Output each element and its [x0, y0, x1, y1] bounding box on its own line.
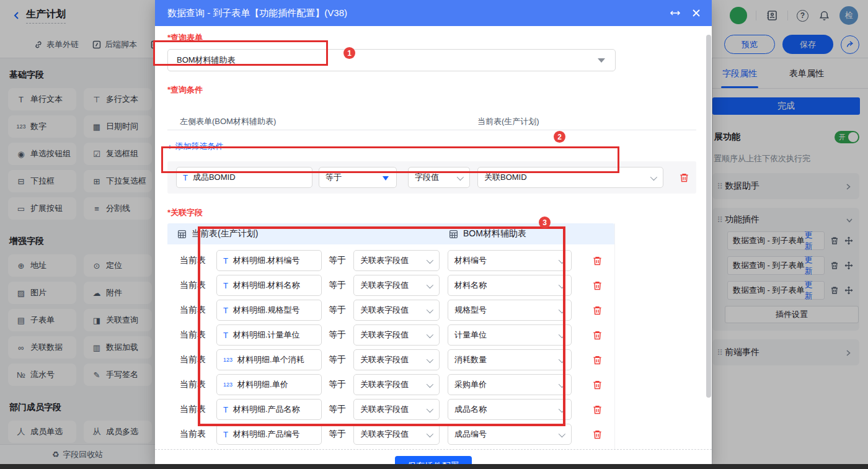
row-field-input[interactable]: T 材料明细.产品编号	[216, 424, 322, 445]
trash-icon[interactable]	[592, 256, 603, 266]
add-filter-condition-link[interactable]: + 添加筛选条件	[167, 141, 224, 152]
row-field-value: 材料明细.材料名称	[233, 280, 300, 291]
row-prefix: 当前表	[180, 379, 210, 390]
row-target-value: 材料编号	[454, 255, 487, 266]
text-icon: T	[223, 281, 228, 290]
row-prefix: 当前表	[180, 429, 210, 440]
row-target-select[interactable]: 材料编号	[448, 250, 572, 271]
related-field-row: 当前表 T 材料明细.材料名称 等于 关联表字段值 材料名称	[167, 273, 614, 298]
related-field-row: 当前表 T 材料明细.产品名称 等于 关联表字段值 成品名称	[167, 397, 614, 422]
row-field-input[interactable]: 123 材料明细.单价	[216, 374, 322, 395]
row-field-input[interactable]: T 材料明细.材料编号	[216, 250, 322, 271]
row-target-value: 消耗数量	[454, 354, 487, 365]
row-value-type-select[interactable]: 关联表字段值	[353, 300, 440, 321]
row-prefix: 当前表	[180, 354, 210, 365]
row-field-input[interactable]: T 材料明细.计量单位	[216, 324, 322, 346]
row-target-value: 采购单价	[454, 379, 487, 390]
condition-value-type: 字段值	[415, 172, 439, 183]
condition-value-type-select[interactable]: 字段值	[408, 167, 470, 188]
row-target-value: 材料名称	[454, 280, 487, 291]
number-icon: 123	[223, 382, 232, 388]
condition-operator-select[interactable]: 等于	[319, 167, 397, 188]
row-target-value: 成品编号	[454, 429, 487, 440]
row-field-value: 材料明细.计量单位	[233, 329, 300, 341]
plugin-config-modal: 数据查询 - 到子表单【功能插件配置】(V38) *查询表单 BOM材料辅助表 …	[155, 0, 712, 465]
row-value-type: 关联表字段值	[360, 255, 409, 266]
row-field-input[interactable]: T 材料明细.材料名称	[216, 275, 322, 296]
trash-icon[interactable]	[592, 330, 603, 341]
row-operator: 等于	[329, 329, 346, 341]
row-value-type-select[interactable]: 关联表字段值	[353, 324, 440, 346]
row-field-value: 材料明细.单价	[237, 379, 288, 390]
row-operator: 等于	[329, 379, 346, 390]
trash-icon[interactable]	[592, 305, 603, 316]
close-icon[interactable]	[692, 9, 701, 17]
annotation-badge-2: 2	[554, 131, 565, 143]
row-field-value: 材料明细.材料编号	[233, 255, 300, 266]
row-operator: 等于	[329, 280, 346, 291]
current-table-label: 当前表(生产计划)	[192, 228, 258, 239]
row-value-type-select[interactable]: 关联表字段值	[353, 424, 440, 445]
row-target-select[interactable]: 成品名称	[448, 399, 572, 420]
row-target-select[interactable]: 材料名称	[448, 275, 572, 296]
row-value-type: 关联表字段值	[360, 429, 409, 440]
trash-icon[interactable]	[679, 172, 689, 183]
trash-icon[interactable]	[592, 429, 603, 440]
table-icon	[449, 230, 458, 239]
trash-icon[interactable]	[592, 280, 603, 291]
row-field-input[interactable]: T 材料明细.规格型号	[216, 300, 322, 321]
target-table-header: BOM材料辅助表	[449, 228, 526, 239]
row-value-type-select[interactable]: 关联表字段值	[353, 374, 440, 395]
row-field-input[interactable]: 123 材料明细.单个消耗	[216, 349, 322, 370]
row-value-type: 关联表字段值	[360, 305, 409, 316]
row-value-type-select[interactable]: 关联表字段值	[353, 275, 440, 296]
trash-icon[interactable]	[592, 380, 603, 390]
row-operator: 等于	[329, 404, 346, 415]
row-prefix: 当前表	[180, 404, 210, 415]
query-form-select[interactable]: BOM材料辅助表	[167, 49, 616, 71]
text-icon: T	[223, 306, 228, 315]
current-form-column: 当前表(生产计划)	[477, 116, 539, 127]
trash-icon[interactable]	[592, 355, 603, 365]
query-form-value: BOM材料辅助表	[177, 55, 236, 66]
row-field-input[interactable]: T 材料明细.产品名称	[216, 399, 322, 420]
row-value-type: 关联表字段值	[360, 280, 409, 291]
condition-value: 关联BOMID	[484, 172, 527, 183]
row-field-value: 材料明细.产品编号	[233, 429, 300, 440]
row-target-select[interactable]: 消耗数量	[448, 349, 572, 370]
row-operator: 等于	[329, 305, 346, 316]
filter-condition-row: T 成品BOMID 等于 字段值 关联BOMID	[167, 161, 696, 194]
row-prefix: 当前表	[180, 280, 210, 291]
modal-scrollbar-thumb[interactable]	[706, 35, 711, 398]
window-bottom-edge	[0, 464, 868, 469]
row-value-type-select[interactable]: 关联表字段值	[353, 399, 440, 420]
condition-field-input[interactable]: T 成品BOMID	[176, 167, 312, 188]
related-fields-table: 当前表(生产计划) BOM材料辅助表 当前表 T 材料明细.材料编号	[167, 223, 615, 449]
caret-down-icon	[383, 176, 389, 181]
condition-value-select[interactable]: 关联BOMID	[477, 167, 663, 188]
row-target-select[interactable]: 成品编号	[448, 424, 572, 445]
target-table-label: BOM材料辅助表	[463, 228, 526, 239]
row-field-value: 材料明细.单个消耗	[237, 354, 304, 365]
number-icon: 123	[223, 357, 232, 363]
text-icon: T	[223, 430, 228, 439]
row-target-select[interactable]: 采购单价	[448, 374, 572, 395]
row-operator: 等于	[329, 255, 346, 266]
row-prefix: 当前表	[180, 255, 210, 266]
left-form-column: 左侧表单(BOM材料辅助表)	[180, 116, 276, 127]
text-icon: T	[223, 405, 228, 414]
condition-field-value: 成品BOMID	[193, 172, 236, 183]
row-target-value: 规格型号	[454, 305, 487, 316]
row-target-select[interactable]: 计量单位	[448, 324, 572, 346]
row-value-type-select[interactable]: 关联表字段值	[353, 349, 440, 370]
row-target-select[interactable]: 规格型号	[448, 300, 572, 321]
expand-horizontal-icon[interactable]	[670, 9, 681, 17]
row-value-type-select[interactable]: 关联表字段值	[353, 250, 440, 271]
trash-icon[interactable]	[592, 404, 603, 415]
query-form-label: *查询表单	[167, 32, 699, 43]
related-field-row: 当前表 T 材料明细.产品编号 等于 关联表字段值 成品编号	[167, 422, 614, 447]
row-operator: 等于	[329, 354, 346, 365]
modal-header: 数据查询 - 到子表单【功能插件配置】(V38)	[155, 0, 712, 26]
add-filter-label: 添加筛选条件	[175, 141, 224, 152]
row-target-value: 成品名称	[454, 404, 487, 415]
